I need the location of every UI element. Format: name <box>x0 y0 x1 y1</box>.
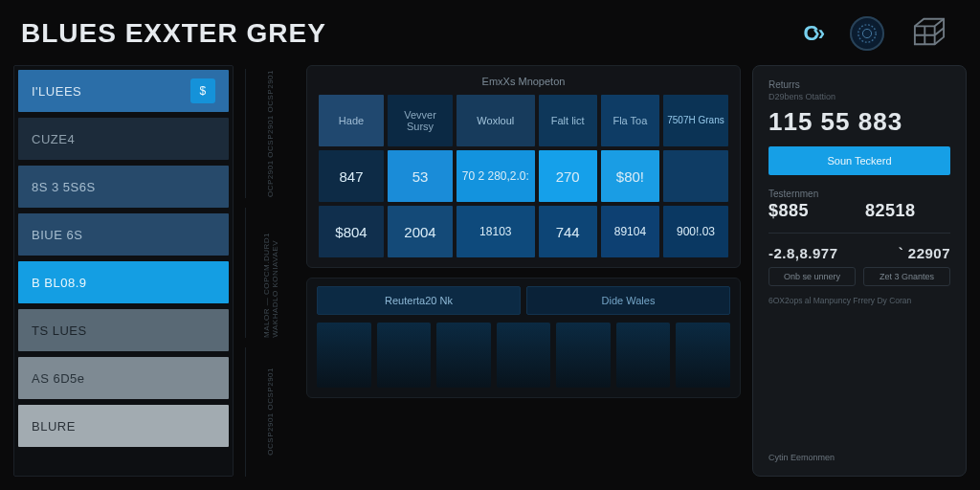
metrics-pair: $885 82518 <box>768 201 950 221</box>
bar-strip <box>317 323 730 388</box>
bar <box>377 323 432 388</box>
table-cell: 89104 <box>601 206 659 257</box>
svg-point-1 <box>862 29 871 37</box>
table-cell: 53 <box>388 150 453 202</box>
footnote: 6OX2ops al Manpuncy Frrery Dy Coran <box>768 296 950 307</box>
col-header[interactable]: Hade <box>319 95 384 146</box>
sidebar-item-label: BIUE 6S <box>32 228 82 242</box>
sidebar-item-label: B BL08.9 <box>32 276 87 290</box>
main-layout: I'LUEES $ CUZE4 8S 3 5S6S BIUE 6S B BL08… <box>13 65 967 477</box>
chevrons-icon[interactable]: C›› <box>803 21 823 46</box>
bar <box>616 323 671 388</box>
delta-a: -2.8,8.977 <box>768 245 838 261</box>
data-grid: Hade Vevver Sursy Woxloul Falt lict Fla … <box>319 95 728 257</box>
bar <box>317 323 371 388</box>
table-cell: 847 <box>319 150 384 202</box>
tab-1[interactable]: Dide Wales <box>526 286 730 315</box>
col-header[interactable]: Vevver Sursy <box>388 95 453 146</box>
col-header[interactable]: Woxloul <box>457 95 535 146</box>
cube-icon[interactable] <box>911 15 947 52</box>
col-header[interactable]: 7507H Grans <box>663 95 728 146</box>
sub-chart-panel: Reuterta20 Nk Dide Wales <box>306 278 741 398</box>
summary-panel: Returrs D29bens Otattion 115 55 883 Soun… <box>752 65 967 477</box>
bar <box>676 323 730 388</box>
sidebar-item-1[interactable]: CUZE4 <box>18 118 229 160</box>
table-cell: 70 2 280,2.0: <box>457 150 535 202</box>
metric-a: $885 <box>768 201 854 221</box>
chip-b[interactable]: Zet 3 Gnantes <box>863 267 950 286</box>
seal-icon[interactable] <box>850 16 884 51</box>
sidebar-item-6[interactable]: AS 6D5e <box>18 357 229 399</box>
sidebar-item-label: 8S 3 5S6S <box>32 180 96 194</box>
sidebar-item-3[interactable]: BIUE 6S <box>18 213 229 256</box>
sub-tabs: Reuterta20 Nk Dide Wales <box>317 286 730 315</box>
vcap-a: OCP2901 OCSP2901 OCSP2901 <box>245 69 295 198</box>
divider <box>768 233 950 234</box>
table-title: EmxXs Mnopeton <box>319 76 728 87</box>
sidebar-item-4[interactable]: B BL08.9 <box>18 261 229 303</box>
col-header[interactable]: Falt lict <box>539 95 597 146</box>
table-cell: $80! <box>601 150 659 202</box>
table-cell: 270 <box>539 150 597 202</box>
sidebar-list: I'LUEES $ CUZE4 8S 3 5S6S BIUE 6S B BL08… <box>13 65 234 477</box>
header-icons: C›› <box>803 15 959 52</box>
table-cell: 18103 <box>457 206 535 257</box>
sidebar-item-label: AS 6D5e <box>32 371 85 386</box>
dollar-icon: $ <box>190 78 215 103</box>
summary-total: 115 55 883 <box>768 107 950 137</box>
table-cell: 744 <box>539 206 597 257</box>
vcap-b: MALOR — COPCM.DURD1 WAKHADLO KONIAVAEV <box>245 208 295 337</box>
table-cell <box>663 150 728 202</box>
table-cell: 2004 <box>388 206 453 257</box>
center-column: EmxXs Mnopeton Hade Vevver Sursy Woxloul… <box>306 65 741 477</box>
vcap-c: OCSP2901 OCSP2901 <box>245 347 295 477</box>
svg-point-0 <box>858 25 876 42</box>
primary-button[interactable]: Soun Teckerd <box>768 146 950 175</box>
chip-a[interactable]: Onb se unnery <box>768 267 856 286</box>
app-header: BLUES EXXTER GREY C›› <box>13 10 967 65</box>
col-header[interactable]: Fla Toa <box>601 95 659 146</box>
chip-row: Onb se unnery Zet 3 Gnantes <box>768 267 950 286</box>
data-table-panel: EmxXs Mnopeton Hade Vevver Sursy Woxloul… <box>306 65 741 268</box>
bar <box>497 323 551 388</box>
metric-b: 82518 <box>865 201 950 221</box>
summary-sublabel: D29bens Otattion <box>768 92 950 101</box>
sidebar-item-label: BLURE <box>32 419 76 434</box>
corner-label: Cytin Eemonmen <box>768 453 950 462</box>
sidebar-item-label: TS LUES <box>32 323 87 338</box>
table-cell: 900!.03 <box>663 206 728 257</box>
bar <box>556 323 611 388</box>
vertical-captions: OCP2901 OCSP2901 OCSP2901 MALOR — COPCM.… <box>245 65 295 477</box>
metrics-label: Testernmen <box>768 189 950 199</box>
sidebar-item-2[interactable]: 8S 3 5S6S <box>18 166 229 208</box>
sidebar-item-5[interactable]: TS LUES <box>18 309 229 351</box>
bar <box>436 323 491 388</box>
metrics-section: Testernmen $885 82518 <box>768 189 950 221</box>
sidebar-item-7[interactable]: BLURE <box>18 405 229 447</box>
table-cell: $804 <box>319 206 384 257</box>
sidebar-item-label: CUZE4 <box>32 132 75 146</box>
summary-label: Returrs <box>768 79 950 90</box>
delta-b: ` 22907 <box>899 245 950 261</box>
sidebar-item-label: I'LUEES <box>32 84 81 99</box>
delta-row: -2.8,8.977 ` 22907 <box>768 245 950 261</box>
sidebar-item-0[interactable]: I'LUEES $ <box>18 70 229 112</box>
app-title: BLUES EXXTER GREY <box>21 18 326 49</box>
tab-0[interactable]: Reuterta20 Nk <box>317 286 521 315</box>
